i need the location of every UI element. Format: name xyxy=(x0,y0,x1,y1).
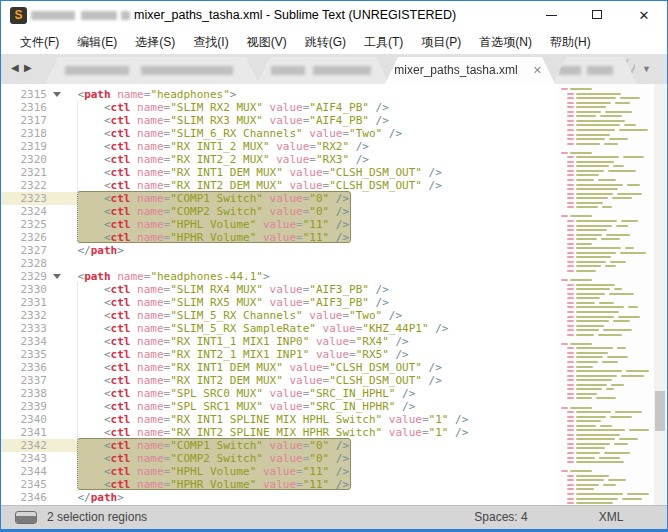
menu-tools[interactable]: 工具(T) xyxy=(355,31,412,54)
status-bar: 2 selection regions Spaces: 4 XML xyxy=(1,505,667,529)
line-number[interactable]: 2332 xyxy=(1,309,47,322)
line-number[interactable]: 2340 xyxy=(1,413,47,426)
code-text: <ctl name="SLIM_5_RX SampleRate" value="… xyxy=(51,322,448,335)
minimap-line xyxy=(567,397,574,399)
minimap-line xyxy=(567,111,574,113)
minimap-line xyxy=(561,470,568,472)
line-number[interactable]: 2318 xyxy=(1,127,47,140)
line-number[interactable]: 2342 xyxy=(1,439,47,452)
tab-redacted-2[interactable] xyxy=(257,57,389,84)
minimize-button[interactable] xyxy=(529,1,575,30)
line-number[interactable]: 2337 xyxy=(1,374,47,387)
menu-project[interactable]: 项目(P) xyxy=(412,31,470,54)
minimap-line xyxy=(576,488,594,490)
vertical-scrollbar[interactable] xyxy=(654,84,666,505)
line-number[interactable]: 2320 xyxy=(1,153,47,166)
minimap-line xyxy=(576,129,615,131)
code-text: </path> xyxy=(51,244,124,257)
minimap-line xyxy=(567,252,574,254)
menu-find[interactable]: 查找(I) xyxy=(184,31,237,54)
minimap-line xyxy=(625,247,634,249)
line-number[interactable]: 2333 xyxy=(1,322,47,335)
minimap-line xyxy=(567,247,574,249)
minimap-line xyxy=(576,370,622,372)
minimap-line xyxy=(567,443,574,445)
line-number[interactable]: 2325 xyxy=(1,218,47,231)
minimap[interactable] xyxy=(557,84,653,505)
line-number[interactable]: 2329 xyxy=(1,270,47,283)
scrollbar-thumb[interactable] xyxy=(655,391,665,431)
minimap-line xyxy=(611,384,624,386)
line-number[interactable]: 2338 xyxy=(1,387,47,400)
menu-edit[interactable]: 编辑(E) xyxy=(68,31,126,54)
line-number[interactable]: 2317 xyxy=(1,114,47,127)
close-button[interactable]: ✕ xyxy=(621,1,667,30)
tab-list-dropdown-icon[interactable]: ▼ xyxy=(642,64,651,74)
menu-goto[interactable]: 跳转(G) xyxy=(296,31,355,54)
line-number[interactable]: 2341 xyxy=(1,426,47,439)
editor-pane[interactable]: 2315 <path name="headphones">2316 <ctl n… xyxy=(1,84,667,505)
line-number[interactable]: 2346 xyxy=(1,491,47,504)
minimap-line xyxy=(598,334,622,336)
indentation-status[interactable]: Spaces: 4 xyxy=(456,510,546,524)
line-number[interactable]: 2316 xyxy=(1,101,47,114)
line-number[interactable]: 2334 xyxy=(1,335,47,348)
line-number[interactable]: 2326 xyxy=(1,231,47,244)
line-number[interactable]: 2335 xyxy=(1,348,47,361)
line-number[interactable]: 2336 xyxy=(1,361,47,374)
nav-back-icon[interactable]: ◀ xyxy=(11,62,19,73)
line-number[interactable]: 2328 xyxy=(1,257,47,270)
line-number[interactable]: 2323 xyxy=(1,192,47,205)
line-number[interactable]: 2331 xyxy=(1,296,47,309)
tab-close-icon[interactable]: ✕ xyxy=(533,57,542,84)
tab-redacted-1[interactable] xyxy=(45,57,259,84)
minimap-line xyxy=(602,361,618,363)
minimap-line xyxy=(576,434,620,436)
maximize-button[interactable] xyxy=(575,1,621,30)
code-text: <ctl name="RX INT2 DEM MUX" value="CLSH_… xyxy=(51,179,442,192)
minimap-line xyxy=(567,220,574,222)
line-number[interactable]: 2315 xyxy=(1,88,47,101)
minimap-line xyxy=(620,97,640,99)
nav-forward-icon[interactable]: ▶ xyxy=(24,62,32,73)
minimap-line xyxy=(576,97,616,99)
line-number[interactable]: 2344 xyxy=(1,465,47,478)
minimap-line xyxy=(567,256,574,258)
minimap-line xyxy=(567,206,574,208)
minimap-line xyxy=(576,170,604,172)
menu-preferences[interactable]: 首选项(N) xyxy=(470,31,541,54)
maximize-icon xyxy=(592,10,602,19)
minimap-line xyxy=(567,143,574,145)
redacted-path-segment xyxy=(121,11,130,20)
line-number[interactable]: 2343 xyxy=(1,452,47,465)
line-number[interactable]: 2321 xyxy=(1,166,47,179)
minimap-line xyxy=(576,493,623,495)
redacted-path-segment xyxy=(81,11,117,20)
tab-redacted-3[interactable] xyxy=(553,57,637,84)
minimap-line xyxy=(576,457,595,459)
menu-view[interactable]: 视图(V) xyxy=(238,31,296,54)
code-text: <ctl name="COMP2 Switch" value="0" /> xyxy=(51,205,349,218)
menu-selection[interactable]: 选择(S) xyxy=(126,31,184,54)
minimap-line xyxy=(567,438,574,440)
line-number[interactable]: 2339 xyxy=(1,400,47,413)
minimap-line xyxy=(570,279,592,281)
minimap-line xyxy=(604,452,630,454)
minimap-line xyxy=(614,443,628,445)
line-number[interactable]: 2319 xyxy=(1,140,47,153)
line-number[interactable]: 2324 xyxy=(1,205,47,218)
code-text: <ctl name="HPHR Volume" value="11" /> xyxy=(51,478,349,491)
selection-panel-icon[interactable] xyxy=(15,511,37,524)
minimap-line xyxy=(599,302,614,304)
line-number[interactable]: 2322 xyxy=(1,179,47,192)
line-number[interactable]: 2345 xyxy=(1,478,47,491)
syntax-status[interactable]: XML xyxy=(576,510,646,524)
line-number[interactable]: 2327 xyxy=(1,244,47,257)
minimap-line xyxy=(567,361,574,363)
line-number[interactable]: 2330 xyxy=(1,283,47,296)
minimap-line xyxy=(570,343,592,345)
menu-help[interactable]: 帮助(H) xyxy=(541,31,600,54)
menu-file[interactable]: 文件(F) xyxy=(11,31,68,54)
code-text: <ctl name="SLIM RX2 MUX" value="AIF4_PB"… xyxy=(51,101,389,114)
tab-mixer-paths-tasha-xml[interactable]: mixer_paths_tasha.xml ✕ xyxy=(385,57,555,84)
